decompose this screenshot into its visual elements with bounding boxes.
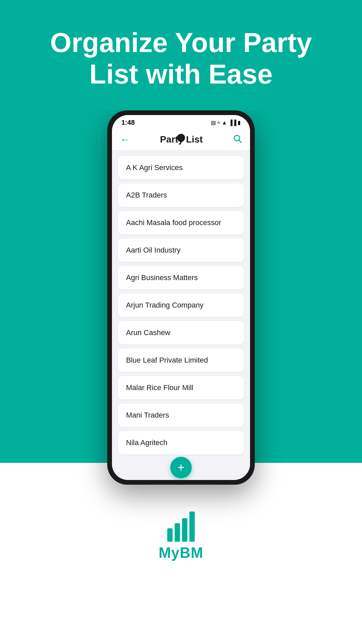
fab-container: + xyxy=(112,460,250,480)
search-button[interactable] xyxy=(233,134,242,146)
hero-title: Organize Your Party List with Ease xyxy=(30,27,332,90)
phone-mockup: 1:48 ▤ ≈ ▲ ▐▐ ▮ ← Party List xyxy=(104,110,258,485)
list-item[interactable]: Mani Traders xyxy=(118,404,244,427)
party-list: A K Agri Services A2B Traders Aachi Masa… xyxy=(112,151,250,460)
list-item[interactable]: Aarti Oil Industry xyxy=(118,238,244,262)
list-item[interactable]: A K Agri Services xyxy=(118,156,244,179)
party-name: Agri Business Matters xyxy=(126,273,198,282)
bar-3 xyxy=(182,518,187,542)
party-name: Mani Traders xyxy=(126,411,169,419)
party-name: Arjun Trading Company xyxy=(126,301,203,309)
bar-1 xyxy=(167,528,173,542)
mybm-text: MyBM xyxy=(159,544,203,561)
list-item[interactable]: Malar Rice Flour Mill xyxy=(118,376,244,399)
list-item[interactable]: Aachi Masala food processor xyxy=(118,211,244,234)
add-icon: + xyxy=(177,462,184,474)
party-name: Arun Cashew xyxy=(126,328,170,337)
phone-frame: 1:48 ▤ ≈ ▲ ▐▐ ▮ ← Party List xyxy=(107,110,255,485)
content-layer: Organize Your Party List with Ease 1:48 … xyxy=(0,0,362,581)
party-name: Malar Rice Flour Mill xyxy=(126,383,193,392)
party-name: Nila Agritech xyxy=(126,438,168,447)
back-button[interactable]: ← xyxy=(120,134,130,145)
status-time: 1:48 xyxy=(121,119,135,126)
party-name: A K Agri Services xyxy=(126,163,183,172)
status-bar: 1:48 ▤ ≈ ▲ ▐▐ ▮ xyxy=(112,115,250,129)
list-item[interactable]: Blue Leaf Private Limited xyxy=(118,348,244,372)
party-name: Blue Leaf Private Limited xyxy=(126,356,208,364)
bar-4 xyxy=(189,512,195,542)
mybm-logo: MyBM xyxy=(159,512,203,561)
hero-title-line1: Organize Your Party xyxy=(50,27,312,58)
svg-line-1 xyxy=(239,140,241,142)
add-button[interactable]: + xyxy=(170,457,192,478)
logo-section: MyBM xyxy=(0,485,362,581)
phone-screen: 1:48 ▤ ≈ ▲ ▐▐ ▮ ← Party List xyxy=(112,115,250,480)
bar-2 xyxy=(175,523,180,542)
list-item[interactable]: A2B Traders xyxy=(118,183,244,207)
list-item[interactable]: Arjun Trading Company xyxy=(118,293,244,317)
bar-chart-icon xyxy=(167,512,195,542)
list-item[interactable]: Arun Cashew xyxy=(118,321,244,344)
full-page: Organize Your Party List with Ease 1:48 … xyxy=(0,0,362,644)
party-name: A2B Traders xyxy=(126,191,167,199)
camera-notch xyxy=(177,134,185,142)
hero-title-line2: List with Ease xyxy=(89,59,273,89)
list-item[interactable]: Nila Agritech xyxy=(118,431,244,454)
status-icons: ▤ ≈ ▲ ▐▐ ▮ xyxy=(211,119,241,126)
signal-icons: ▤ ≈ ▲ ▐▐ ▮ xyxy=(211,119,241,126)
party-name: Aarti Oil Industry xyxy=(126,246,181,254)
hero-section: Organize Your Party List with Ease xyxy=(0,0,362,110)
party-name: Aachi Masala food processor xyxy=(126,218,221,227)
list-item[interactable]: Agri Business Matters xyxy=(118,266,244,289)
